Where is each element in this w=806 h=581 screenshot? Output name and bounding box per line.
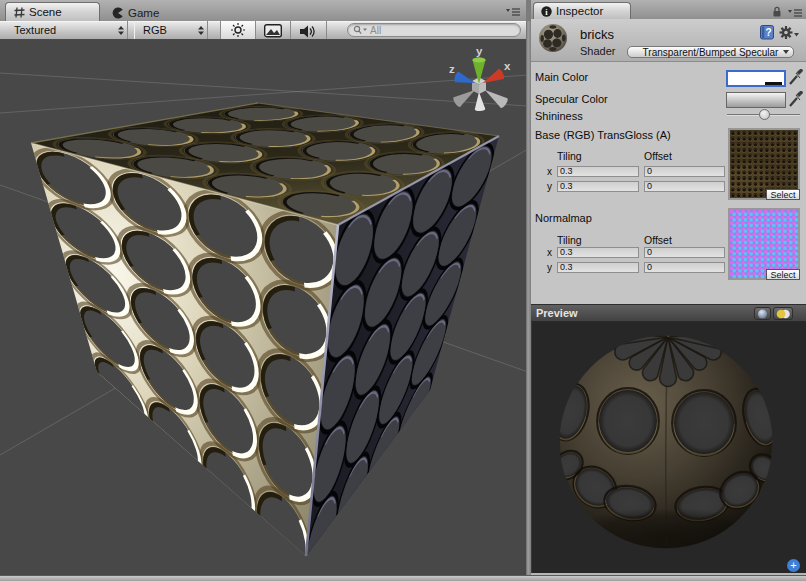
svg-text:?: ? <box>766 27 772 38</box>
svg-text:y: y <box>476 45 483 57</box>
svg-text:x: x <box>504 60 511 72</box>
svg-text:z: z <box>449 63 455 75</box>
